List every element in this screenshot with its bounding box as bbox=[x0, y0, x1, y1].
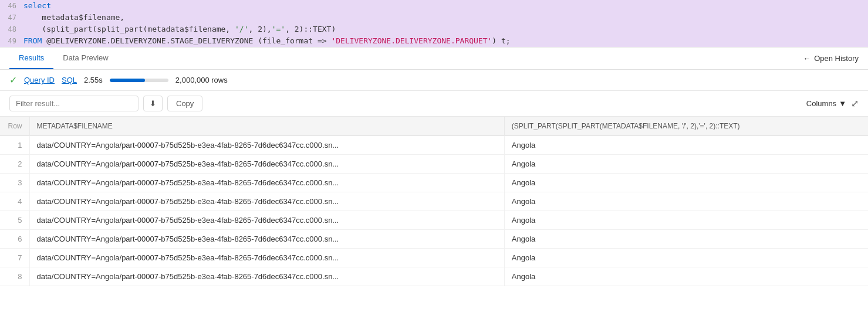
cell-row-num: 6 bbox=[0, 230, 29, 249]
col-header-value: (SPLIT_PART(SPLIT_PART(METADATA$FILENAME… bbox=[504, 117, 868, 136]
line-number: 47 bbox=[0, 13, 23, 22]
columns-button[interactable]: Columns ▼ bbox=[806, 99, 846, 108]
table-row: 4 data/COUNTRY=Angola/part-00007-b75d525… bbox=[0, 192, 868, 211]
table-row: 6 data/COUNTRY=Angola/part-00007-b75d525… bbox=[0, 230, 868, 249]
action-left: ⬇ Copy bbox=[9, 96, 202, 111]
line-number: 46 bbox=[0, 2, 23, 10]
cell-filename: data/COUNTRY=Angola/part-00007-b75d525b-… bbox=[29, 155, 504, 174]
cell-value: Angola bbox=[504, 249, 868, 267]
chevron-down-icon: ▼ bbox=[839, 99, 846, 108]
table-row: 7 data/COUNTRY=Angola/part-00007-b75d525… bbox=[0, 249, 868, 267]
cell-filename: data/COUNTRY=Angola/part-00007-b75d525b-… bbox=[29, 192, 504, 211]
open-history-button[interactable]: ← Open History bbox=[803, 50, 859, 66]
code-editor: 46 select 47 metadata$filename, 48 (spli… bbox=[0, 0, 868, 47]
code-content: metadata$filename, bbox=[23, 13, 124, 22]
expand-icon: ⤢ bbox=[851, 99, 859, 108]
cell-row-num: 2 bbox=[0, 155, 29, 174]
cell-row-num: 3 bbox=[0, 174, 29, 192]
download-icon: ⬇ bbox=[150, 99, 156, 108]
action-right: Columns ▼ ⤢ bbox=[806, 98, 859, 109]
duration-text: 2.55s bbox=[84, 76, 103, 84]
cell-value: Angola bbox=[504, 267, 868, 286]
cell-filename: data/COUNTRY=Angola/part-00007-b75d525b-… bbox=[29, 249, 504, 267]
tab-data-preview[interactable]: Data Preview bbox=[53, 47, 117, 69]
cell-value: Angola bbox=[504, 155, 868, 174]
table-row: 5 data/COUNTRY=Angola/part-00007-b75d525… bbox=[0, 211, 868, 230]
table-header-row: Row METADATA$FILENAME (SPLIT_PART(SPLIT_… bbox=[0, 117, 868, 136]
code-line-49: 49 FROM @DELIVERYZONE.DELIVERYZONE.STAGE… bbox=[0, 35, 868, 47]
tabs-bar: Results Data Preview ← Open History bbox=[0, 47, 868, 70]
cell-value: Angola bbox=[504, 136, 868, 155]
cell-value: Angola bbox=[504, 211, 868, 230]
success-icon: ✓ bbox=[9, 74, 17, 86]
code-content: select bbox=[23, 1, 51, 10]
arrow-right-icon: ← bbox=[803, 54, 810, 63]
query-id-link[interactable]: Query ID bbox=[24, 76, 55, 84]
col-header-filename: METADATA$FILENAME bbox=[29, 117, 504, 136]
download-button[interactable]: ⬇ bbox=[143, 96, 163, 111]
expand-button[interactable]: ⤢ bbox=[851, 98, 859, 109]
tabs-left: Results Data Preview bbox=[9, 47, 118, 69]
open-history-label: Open History bbox=[814, 54, 859, 63]
copy-button[interactable]: Copy bbox=[167, 96, 202, 111]
table-body: 1 data/COUNTRY=Angola/part-00007-b75d525… bbox=[0, 136, 868, 286]
progress-bar-fill bbox=[110, 79, 145, 82]
code-line-46: 46 select bbox=[0, 0, 868, 12]
code-content: FROM @DELIVERYZONE.DELIVERYZONE.STAGE_DE… bbox=[23, 36, 511, 45]
cell-value: Angola bbox=[504, 230, 868, 249]
tab-results[interactable]: Results bbox=[9, 47, 53, 69]
cell-filename: data/COUNTRY=Angola/part-00007-b75d525b-… bbox=[29, 211, 504, 230]
cell-row-num: 7 bbox=[0, 249, 29, 267]
cell-value: Angola bbox=[504, 174, 868, 192]
results-table-wrap: Row METADATA$FILENAME (SPLIT_PART(SPLIT_… bbox=[0, 117, 868, 286]
code-line-47: 47 metadata$filename, bbox=[0, 12, 868, 23]
code-content: (split_part(split_part(metadata$filename… bbox=[23, 25, 336, 33]
table-row: 1 data/COUNTRY=Angola/part-00007-b75d525… bbox=[0, 136, 868, 155]
rows-count: 2,000,000 rows bbox=[175, 76, 228, 84]
table-row: 2 data/COUNTRY=Angola/part-00007-b75d525… bbox=[0, 155, 868, 174]
table-row: 3 data/COUNTRY=Angola/part-00007-b75d525… bbox=[0, 174, 868, 192]
results-table: Row METADATA$FILENAME (SPLIT_PART(SPLIT_… bbox=[0, 117, 868, 286]
cell-row-num: 1 bbox=[0, 136, 29, 155]
progress-bar bbox=[110, 79, 168, 82]
action-bar: ⬇ Copy Columns ▼ ⤢ bbox=[0, 91, 868, 117]
cell-row-num: 5 bbox=[0, 211, 29, 230]
cell-value: Angola bbox=[504, 192, 868, 211]
table-row: 8 data/COUNTRY=Angola/part-00007-b75d525… bbox=[0, 267, 868, 286]
cell-filename: data/COUNTRY=Angola/part-00007-b75d525b-… bbox=[29, 174, 504, 192]
result-bar: ✓ Query ID SQL 2.55s 2,000,000 rows bbox=[0, 70, 868, 91]
sql-link[interactable]: SQL bbox=[62, 76, 77, 84]
columns-label: Columns bbox=[806, 99, 836, 108]
filter-input[interactable] bbox=[9, 96, 139, 111]
cell-filename: data/COUNTRY=Angola/part-00007-b75d525b-… bbox=[29, 230, 504, 249]
cell-row-num: 4 bbox=[0, 192, 29, 211]
line-number: 48 bbox=[0, 25, 23, 33]
code-line-48: 48 (split_part(split_part(metadata$filen… bbox=[0, 23, 868, 35]
cell-filename: data/COUNTRY=Angola/part-00007-b75d525b-… bbox=[29, 267, 504, 286]
col-header-row: Row bbox=[0, 117, 29, 136]
cell-filename: data/COUNTRY=Angola/part-00007-b75d525b-… bbox=[29, 136, 504, 155]
line-number: 49 bbox=[0, 37, 23, 45]
cell-row-num: 8 bbox=[0, 267, 29, 286]
